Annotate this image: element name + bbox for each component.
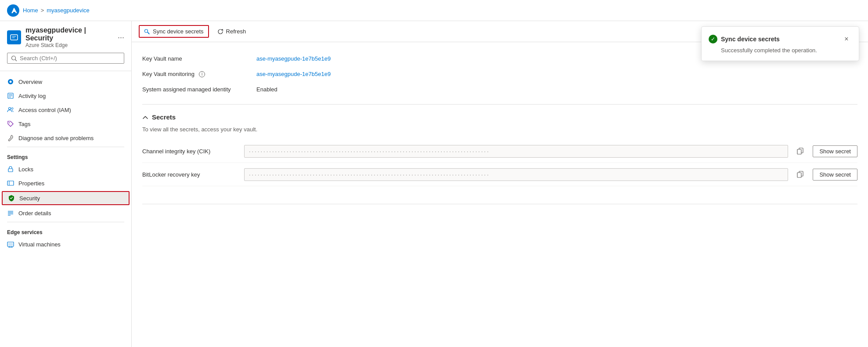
copy-icon [797, 148, 804, 155]
sidebar-item-overview-label: Overview [18, 79, 42, 85]
sidebar-item-activity-log[interactable]: Activity log [0, 89, 131, 103]
key-vault-monitoring-label: Key Vault monitoring i [142, 66, 256, 82]
sidebar-header: myasegpudevice | Security Azure Stack Ed… [0, 21, 131, 71]
search-box [7, 53, 124, 64]
toast-body: Successfully completed the operation. [709, 47, 852, 54]
secret-row-bitlocker: BitLocker recovery key ·················… [142, 163, 857, 186]
section-divider-2 [142, 204, 857, 204]
refresh-icon [217, 29, 223, 35]
azure-logo [7, 4, 19, 17]
key-vault-monitoring-link[interactable]: ase-myasegpude-1e7b5e1e9 [256, 71, 331, 77]
key-vault-monitoring-info-icon[interactable]: i [199, 71, 205, 77]
toast-notification: ✓ Sync device secrets × Successfully com… [701, 26, 859, 61]
nav-divider-edge [7, 222, 124, 222]
security-icon [8, 195, 15, 202]
sidebar-item-locks[interactable]: Locks [0, 162, 131, 176]
cik-label: Channel integrity key (CIK) [142, 148, 239, 155]
key-vault-name-label: Key Vault name [142, 51, 256, 66]
sidebar-item-vm[interactable]: Virtual machines [0, 237, 131, 251]
key-vault-name-link[interactable]: ase-myasegpude-1e7b5e1e9 [256, 55, 331, 62]
resource-subtitle: Azure Stack Edge [25, 42, 113, 48]
cik-value: ········································… [244, 145, 788, 158]
sidebar-item-iam[interactable]: Access control (IAM) [0, 103, 131, 117]
settings-section-label: Settings [0, 149, 131, 162]
search-icon [11, 55, 17, 61]
key-icon [144, 29, 150, 35]
top-bar: Home > myasegpudevice [0, 0, 868, 21]
search-input[interactable] [20, 55, 120, 61]
svg-point-9 [9, 108, 11, 110]
sidebar-nav: Overview Activity log [0, 71, 131, 347]
secrets-section-label: Secrets [152, 113, 176, 121]
toast-title: Sync device secrets [721, 36, 838, 43]
sidebar-item-diagnose-label: Diagnose and solve problems [18, 135, 94, 141]
success-check-icon: ✓ [709, 35, 717, 43]
key-vault-monitoring-value: ase-myasegpude-1e7b5e1e9 [256, 66, 857, 82]
managed-identity-label: System assigned managed identity [142, 82, 256, 97]
sync-label: Sync device secrets [153, 28, 204, 35]
sidebar-item-properties[interactable]: Properties [0, 176, 131, 190]
svg-rect-28 [797, 173, 801, 177]
tag-icon [7, 120, 14, 127]
content-area: Sync device secrets Refresh Key Vault na… [132, 21, 868, 347]
content-body: Key Vault name ase-myasegpude-1e7b5e1e9 … [132, 42, 868, 220]
svg-line-2 [15, 59, 17, 61]
resource-info: myasegpudevice | Security Azure Stack Ed… [7, 26, 124, 48]
edge-services-section-label: Edge services [0, 224, 131, 237]
svg-rect-13 [7, 181, 14, 185]
section-divider-1 [142, 104, 857, 105]
secret-row-cik: Channel integrity key (CIK) ············… [142, 140, 857, 163]
refresh-button[interactable]: Refresh [212, 25, 251, 37]
sidebar-item-tags-label: Tags [18, 121, 30, 127]
iam-icon [7, 106, 14, 113]
order-icon [7, 210, 14, 217]
resource-icon [7, 30, 21, 44]
breadcrumb-home[interactable]: Home [23, 7, 38, 14]
properties-icon [7, 180, 14, 187]
managed-identity-value: Enabled [256, 82, 857, 97]
sidebar-item-security[interactable]: Security [2, 191, 130, 205]
wrench-icon [7, 134, 14, 141]
breadcrumb-separator: > [41, 7, 44, 14]
lock-icon [7, 166, 14, 173]
copy-icon-2 [797, 171, 804, 178]
bitlocker-value: ········································… [244, 168, 788, 181]
nav-divider-settings [7, 147, 124, 147]
svg-rect-12 [8, 169, 13, 172]
bitlocker-label: BitLocker recovery key [142, 171, 239, 178]
sidebar-item-activity-log-label: Activity log [18, 93, 46, 99]
sidebar-item-security-label: Security [19, 195, 40, 202]
sidebar-item-diagnose[interactable]: Diagnose and solve problems [0, 131, 131, 145]
toast-header: ✓ Sync device secrets × [709, 34, 852, 44]
activity-log-icon [7, 92, 14, 99]
sidebar-item-order-details[interactable]: Order details [0, 206, 131, 220]
breadcrumb: Home > myasegpudevice [23, 7, 90, 14]
sidebar-item-properties-label: Properties [18, 180, 44, 187]
secrets-section-note: To view all the secrets, access your key… [142, 126, 857, 133]
svg-rect-26 [797, 149, 801, 154]
overview-icon [7, 78, 14, 85]
sidebar-item-order-details-label: Order details [18, 210, 51, 217]
sidebar-item-tags[interactable]: Tags [0, 117, 131, 131]
more-options-icon[interactable]: ··· [118, 33, 124, 42]
svg-point-10 [11, 108, 13, 109]
bitlocker-copy-button[interactable] [793, 167, 807, 181]
chevron-up-icon[interactable] [142, 114, 148, 120]
toast-close-button[interactable]: × [841, 34, 852, 44]
sidebar-item-iam-label: Access control (IAM) [18, 107, 71, 113]
secrets-section: Secrets To view all the secrets, access … [142, 113, 857, 186]
breadcrumb-current[interactable]: myasegpudevice [47, 7, 90, 14]
sidebar: myasegpudevice | Security Azure Stack Ed… [0, 21, 132, 347]
refresh-label: Refresh [226, 28, 246, 35]
resource-text: myasegpudevice | Security Azure Stack Ed… [25, 26, 113, 48]
sidebar-item-overview[interactable]: Overview [0, 75, 131, 89]
svg-rect-20 [8, 243, 13, 246]
sync-device-secrets-button[interactable]: Sync device secrets [139, 25, 209, 38]
sidebar-item-vm-label: Virtual machines [18, 241, 61, 248]
cik-copy-button[interactable] [793, 144, 807, 158]
secrets-section-header: Secrets [142, 113, 857, 121]
bitlocker-show-secret-button[interactable]: Show secret [813, 169, 857, 181]
svg-rect-0 [11, 35, 18, 40]
cik-show-secret-button[interactable]: Show secret [813, 145, 857, 157]
svg-point-4 [10, 81, 12, 83]
